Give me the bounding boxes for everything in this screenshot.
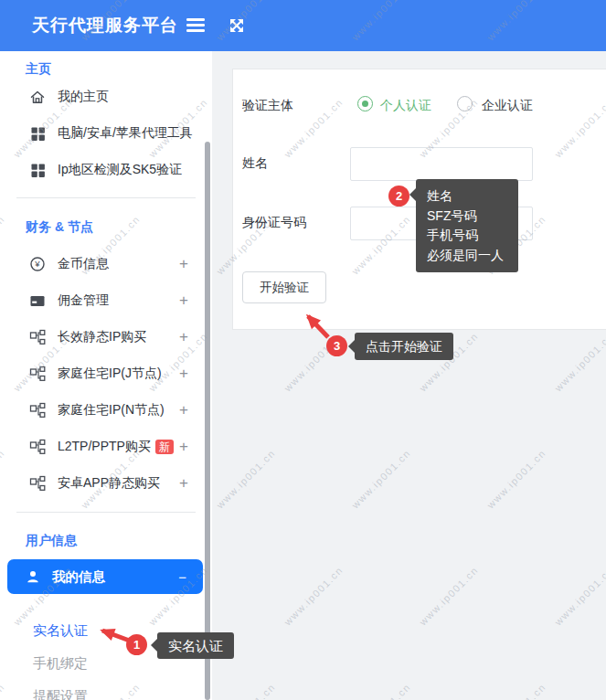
bank-card-icon	[29, 292, 46, 309]
user-icon	[26, 569, 40, 584]
coin-icon: ¥	[29, 256, 46, 272]
expand-plus-icon[interactable]: +	[179, 255, 188, 273]
sidebar-item-coin-info[interactable]: ¥ 金币信息 +	[0, 246, 212, 282]
network-nodes-icon	[29, 475, 46, 492]
fullscreen-icon[interactable]	[227, 16, 247, 36]
expand-plus-icon[interactable]: +	[179, 328, 188, 346]
name-input[interactable]	[350, 147, 533, 181]
hamburger-bar	[186, 18, 205, 21]
sidebar-divider	[16, 197, 196, 198]
verification-form-card: 验证主体 个人认证 企业认证 姓名 身份证号码 开始验证	[233, 69, 606, 329]
sidebar-item-label: L2TP/PPTP购买	[58, 439, 151, 455]
expand-plus-icon[interactable]: +	[179, 292, 188, 310]
sidebar-divider	[16, 512, 196, 513]
sidebar-item-label: 佣金管理	[58, 292, 109, 309]
expand-plus-icon[interactable]: +	[179, 365, 188, 383]
sidebar-section-home: 主页	[0, 58, 212, 79]
radio-enterprise-label[interactable]: 企业认证	[482, 98, 533, 114]
name-label: 姓名	[242, 155, 268, 172]
svg-text:¥: ¥	[34, 259, 40, 269]
sidebar-scrollbar-thumb[interactable]	[205, 142, 210, 700]
hamburger-bar	[186, 29, 205, 32]
sidebar-item-static-ip-buy[interactable]: 长效静态IP购买 +	[0, 319, 212, 355]
id-number-label: 身份证号码	[242, 215, 306, 231]
sidebar-subitem-reminder-settings[interactable]: 提醒设置	[0, 680, 212, 700]
network-nodes-icon	[29, 329, 46, 345]
sidebar-item-label: 家庭住宅IP(J节点)	[58, 366, 162, 382]
new-badge: 新	[155, 440, 174, 454]
sidebar-item-label: 长效静态IP购买	[58, 329, 146, 345]
sidebar-item-proxy-tools[interactable]: 电脑/安卓/苹果代理工具	[0, 115, 212, 152]
sidebar-item-my-homepage[interactable]: 我的主页	[0, 79, 212, 115]
home-icon	[29, 89, 46, 105]
sidebar-submenu: 实名认证 手机绑定 提醒设置	[0, 614, 212, 700]
app-title: 天行代理服务平台	[32, 0, 178, 51]
collapse-minus-icon[interactable]: −	[178, 569, 186, 585]
app-header: 天行代理服务平台	[0, 0, 606, 51]
sidebar-item-my-info[interactable]: 我的信息 −	[7, 559, 203, 594]
grid-icon	[29, 125, 46, 142]
expand-plus-icon[interactable]: +	[179, 438, 188, 456]
sidebar-item-home-ip-n[interactable]: 家庭住宅IP(N节点) +	[0, 392, 212, 429]
sidebar-item-label: 家庭住宅IP(N节点)	[58, 402, 165, 419]
sidebar: 主页 我的主页 电脑/安卓/苹果代理工具 Ip地区检测及SK5验证 财务 & 节…	[0, 51, 212, 700]
sidebar-item-android-app-static[interactable]: 安卓APP静态购买 +	[0, 465, 212, 502]
main-content: 验证主体 个人认证 企业认证 姓名 身份证号码 开始验证	[212, 51, 606, 700]
sidebar-subitem-realname-verify[interactable]: 实名认证	[0, 614, 212, 647]
radio-personal-verify[interactable]	[357, 96, 373, 111]
sidebar-item-label: 金币信息	[58, 256, 109, 272]
sidebar-section-finance: 财务 & 节点	[0, 217, 212, 237]
sidebar-item-label: 电脑/安卓/苹果代理工具	[58, 125, 193, 142]
radio-enterprise-verify[interactable]	[457, 96, 473, 111]
grid-icon	[29, 162, 46, 178]
id-number-input[interactable]	[350, 207, 533, 240]
sidebar-item-home-ip-j[interactable]: 家庭住宅IP(J节点) +	[0, 355, 212, 392]
radio-personal-label[interactable]: 个人认证	[380, 98, 431, 114]
sidebar-section-userinfo: 用户信息	[0, 530, 212, 550]
network-nodes-icon	[29, 402, 46, 419]
sidebar-item-label: Ip地区检测及SK5验证	[58, 162, 182, 178]
sidebar-item-label: 安卓APP静态购买	[58, 475, 160, 492]
sidebar-item-label: 我的信息	[52, 568, 105, 586]
sidebar-item-label: 我的主页	[58, 89, 109, 105]
expand-plus-icon[interactable]: +	[179, 474, 188, 493]
hamburger-menu-icon[interactable]	[186, 18, 205, 33]
expand-plus-icon[interactable]: +	[179, 401, 188, 419]
hamburger-bar	[186, 24, 205, 27]
network-nodes-icon	[29, 439, 46, 455]
sidebar-item-commission[interactable]: 佣金管理 +	[0, 282, 212, 319]
network-nodes-icon	[29, 366, 46, 382]
subject-label: 验证主体	[242, 98, 293, 114]
start-verify-button[interactable]: 开始验证	[242, 271, 326, 303]
sidebar-subitem-phone-bind[interactable]: 手机绑定	[0, 647, 212, 680]
sidebar-item-l2tp-pptp[interactable]: L2TP/PPTP购买新 +	[0, 429, 212, 465]
sidebar-item-ip-check-sk5[interactable]: Ip地区检测及SK5验证	[0, 152, 212, 188]
